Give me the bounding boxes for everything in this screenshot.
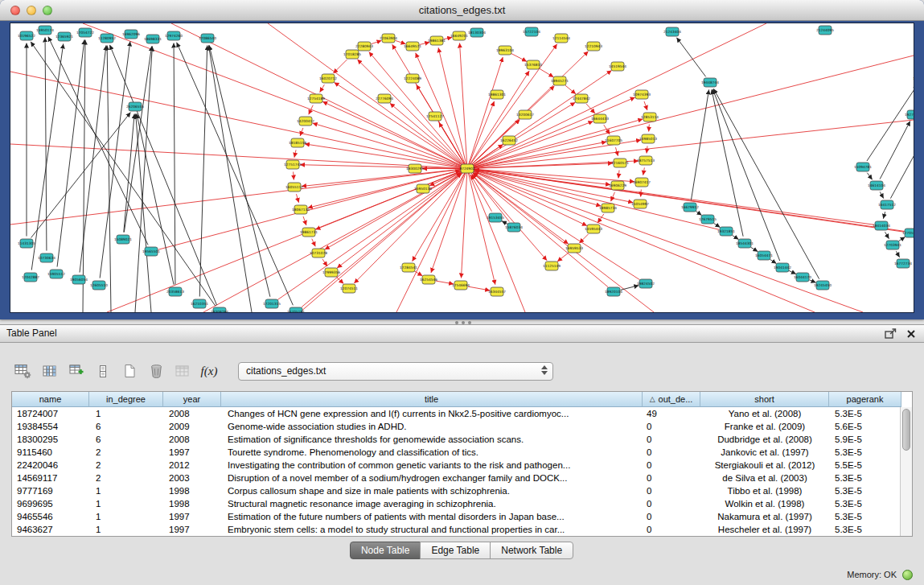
graph-node[interactable]: 22776094 — [376, 94, 393, 103]
graph-node[interactable]: 12605510 — [90, 281, 108, 290]
graph-node[interactable]: 16959533 — [565, 244, 583, 253]
table-row[interactable]: 969969511998Structural magnetic resonanc… — [12, 497, 900, 510]
graph-node[interactable]: 12210943 — [585, 42, 602, 51]
function-builder-icon[interactable]: f(x) — [199, 360, 220, 381]
create-column-icon[interactable] — [66, 360, 87, 381]
graph-node[interactable]: 12160571 — [611, 159, 629, 167]
tab-edge-table[interactable]: Edge Table — [420, 542, 491, 559]
table-row[interactable]: 1938455462009Genome-wide association stu… — [12, 420, 900, 433]
graph-node[interactable]: 15089021 — [114, 235, 132, 244]
graph-node[interactable]: 12042887 — [22, 273, 39, 282]
tab-node-table[interactable]: Node Table — [350, 542, 421, 559]
graph-node[interactable]: 16906229 — [609, 181, 626, 190]
graph-node[interactable]: 17546694 — [452, 281, 470, 290]
graph-node[interactable]: 16649571 — [404, 42, 421, 51]
graph-node[interactable]: 12365921 — [55, 32, 73, 41]
graph-node[interactable]: 17086540 — [199, 34, 216, 43]
graph-node[interactable]: 18985734 — [599, 204, 617, 212]
graph-node[interactable]: 15376810 — [524, 60, 542, 69]
graph-node[interactable]: 19824502 — [637, 279, 655, 288]
graph-node[interactable]: 11607705 — [605, 136, 622, 145]
table-row[interactable]: 911546021997Tourette syndrome. Phenomeno… — [12, 446, 900, 459]
graph-node[interactable]: 18067135 — [292, 205, 310, 214]
table-settings-icon[interactable] — [13, 360, 34, 381]
column-header-pagerank[interactable]: pagerank — [829, 392, 901, 407]
column-header-out_de[interactable]: △out_de... — [643, 392, 700, 407]
graph-node[interactable]: 10196522 — [18, 31, 35, 40]
graph-node[interactable]: 17447842 — [573, 94, 590, 103]
graph-node[interactable]: 14614104 — [868, 181, 885, 190]
graph-node[interactable]: 15054997 — [631, 200, 649, 208]
graph-node[interactable]: 16254546 — [420, 275, 437, 284]
graph-node[interactable]: 16344557 — [488, 287, 506, 296]
graph-node[interactable]: 21244095 — [816, 26, 834, 35]
graph-node[interactable]: 15905512 — [47, 270, 65, 278]
graph-node[interactable]: 17054722 — [76, 28, 94, 37]
graph-node[interactable]: 18300295 — [406, 164, 424, 173]
graph-node[interactable]: 14519544 — [609, 62, 626, 71]
graph-node[interactable]: 19963104 — [496, 46, 514, 55]
delete-table-icon[interactable] — [146, 360, 166, 381]
column-header-in_degree[interactable]: in_degree — [89, 392, 163, 407]
graph-node[interactable]: 9724902 — [459, 164, 474, 173]
graph-node[interactable]: 10974393 — [633, 90, 651, 99]
column-header-short[interactable]: short — [700, 392, 829, 407]
graph-node[interactable]: 16055112 — [285, 183, 303, 192]
graph-node[interactable]: 10731078 — [310, 249, 327, 257]
graph-node[interactable]: 18309294 — [211, 307, 228, 312]
graph-node[interactable]: 17284541 — [400, 263, 417, 272]
graph-node[interactable]: 19153455 — [487, 213, 504, 222]
zoom-window-button[interactable] — [43, 6, 52, 15]
table-row[interactable]: 946554611997Estimation of the future num… — [12, 510, 900, 523]
table-row[interactable]: 1872400712008Changes of HCN gene express… — [12, 407, 900, 420]
graph-node[interactable]: 16210351 — [191, 299, 208, 308]
graph-node[interactable]: 11125149 — [543, 262, 561, 270]
table-row[interactable]: 2242004622012Investigating the contribut… — [12, 459, 900, 472]
graph-node[interactable]: 14595443 — [585, 225, 602, 233]
graph-node[interactable]: 16649201 — [450, 31, 468, 40]
graph-node[interactable]: 15722104 — [523, 27, 540, 36]
graph-node[interactable]: 18130304 — [468, 28, 486, 37]
table-source-select[interactable]: citations_edges.txt — [238, 362, 553, 381]
graph-node[interactable]: 14985013 — [639, 134, 657, 143]
table-row[interactable]: 977716911998Corpus callosum shape and si… — [12, 484, 900, 497]
new-table-icon[interactable] — [119, 360, 140, 381]
graph-node[interactable]: 19274063 — [905, 110, 914, 119]
tab-network-table[interactable]: Network Table — [490, 542, 573, 559]
graph-node[interactable]: 18414034 — [873, 221, 890, 230]
graph-node[interactable]: 19245450 — [814, 281, 832, 290]
graph-node[interactable]: 16679912 — [681, 203, 699, 212]
graph-node[interactable]: 12224089 — [404, 74, 421, 83]
graph-node[interactable]: 16962096 — [122, 30, 140, 39]
graph-node[interactable]: 17999356 — [322, 268, 340, 277]
graph-node[interactable]: 12974260 — [165, 31, 183, 40]
graph-node[interactable]: 22063904 — [380, 34, 397, 43]
row-options-icon[interactable] — [92, 360, 113, 381]
graph-node[interactable]: 12751742 — [284, 160, 302, 169]
graph-node[interactable]: 26206555 — [126, 102, 144, 111]
column-header-title[interactable]: title — [221, 392, 643, 407]
graph-node[interactable]: 19861301 — [488, 90, 506, 99]
graph-node[interactable]: 13200617 — [516, 110, 534, 119]
graph-node[interactable]: 16020712 — [319, 74, 337, 83]
graph-node[interactable]: 12074511 — [340, 284, 358, 293]
float-panel-icon[interactable] — [885, 328, 897, 339]
graph-node[interactable]: 18757513 — [637, 156, 655, 165]
graph-node[interactable]: 16226452 — [500, 136, 518, 145]
graph-node[interactable]: 16907417 — [633, 178, 651, 187]
graph-node[interactable]: 18698331 — [144, 35, 162, 43]
graph-node[interactable]: 17201315 — [263, 299, 281, 308]
table-row[interactable]: 946362711997Embryonic stem cells: a mode… — [12, 523, 900, 536]
graph-node[interactable]: 16644433 — [591, 114, 609, 123]
graph-node[interactable]: 19056054 — [70, 275, 88, 284]
graph-node[interactable]: 19565501 — [142, 247, 160, 256]
graph-node[interactable]: 12114544 — [552, 34, 570, 43]
graph-node[interactable]: 12754189 — [307, 94, 325, 103]
graph-node[interactable]: 18185158 — [289, 138, 306, 147]
graph-node[interactable]: 14200417 — [297, 117, 314, 126]
column-header-year[interactable]: year — [163, 392, 221, 407]
graph-node[interactable]: 17018285 — [343, 50, 361, 59]
graph-node[interactable]: 15950174 — [36, 26, 54, 35]
graph-node[interactable]: 12853114 — [641, 113, 659, 122]
graph-node[interactable]: 16054471 — [755, 251, 773, 260]
